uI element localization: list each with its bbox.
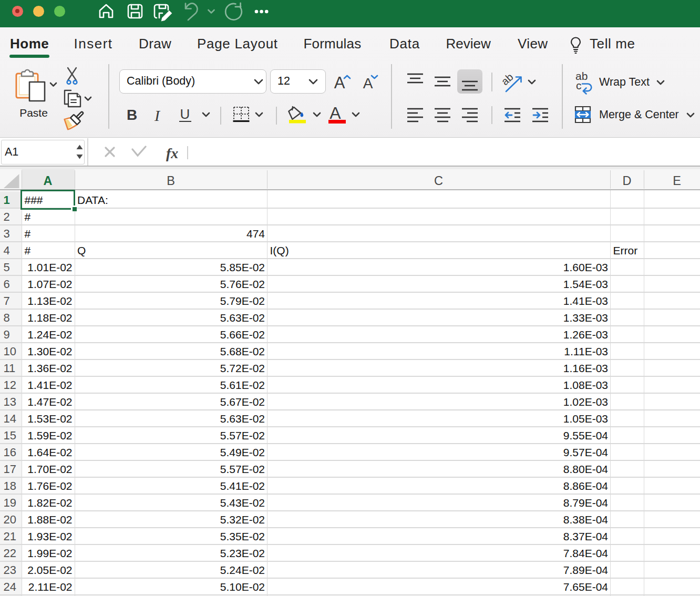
svg-text:c: c [576, 79, 582, 91]
